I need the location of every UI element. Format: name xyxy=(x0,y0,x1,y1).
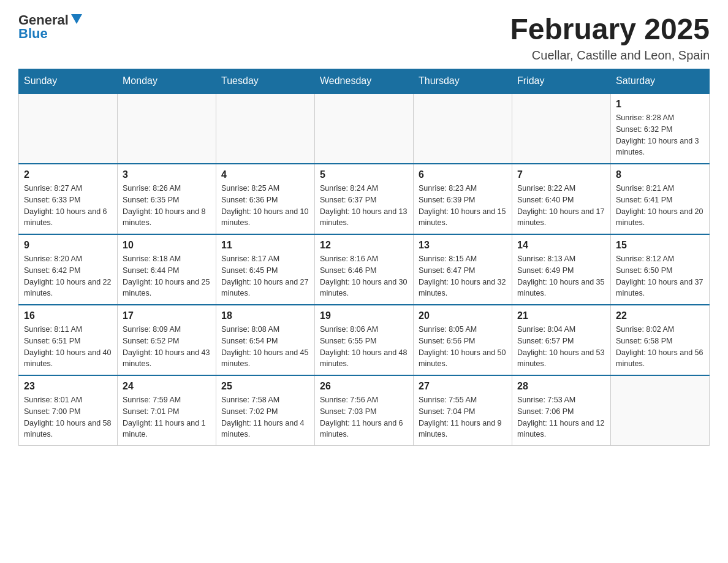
day-info: Sunrise: 8:06 AMSunset: 6:55 PMDaylight:… xyxy=(320,324,408,370)
day-info: Sunrise: 8:12 AMSunset: 6:50 PMDaylight:… xyxy=(616,253,704,299)
calendar-cell: 26Sunrise: 7:56 AMSunset: 7:03 PMDayligh… xyxy=(315,375,414,446)
week-row: 23Sunrise: 8:01 AMSunset: 7:00 PMDayligh… xyxy=(19,375,710,446)
logo: General Blue xyxy=(18,12,82,42)
week-row: 9Sunrise: 8:20 AMSunset: 6:42 PMDaylight… xyxy=(19,234,710,305)
calendar-cell: 23Sunrise: 8:01 AMSunset: 7:00 PMDayligh… xyxy=(19,375,118,446)
day-info: Sunrise: 8:13 AMSunset: 6:49 PMDaylight:… xyxy=(517,253,605,299)
calendar-cell: 25Sunrise: 7:58 AMSunset: 7:02 PMDayligh… xyxy=(216,375,315,446)
day-of-week-header: Tuesday xyxy=(216,69,315,94)
calendar-cell: 19Sunrise: 8:06 AMSunset: 6:55 PMDayligh… xyxy=(315,305,414,375)
day-number: 12 xyxy=(320,240,408,251)
day-number: 5 xyxy=(320,169,408,180)
day-number: 15 xyxy=(616,240,704,251)
day-number: 19 xyxy=(320,310,408,321)
day-info: Sunrise: 8:05 AMSunset: 6:56 PMDaylight:… xyxy=(419,324,507,370)
day-number: 16 xyxy=(24,310,112,321)
logo-triangle-icon xyxy=(71,14,82,28)
day-number: 14 xyxy=(517,240,605,251)
week-row: 16Sunrise: 8:11 AMSunset: 6:51 PMDayligh… xyxy=(19,305,710,375)
calendar-cell: 3Sunrise: 8:26 AMSunset: 6:35 PMDaylight… xyxy=(118,164,216,234)
day-info: Sunrise: 8:27 AMSunset: 6:33 PMDaylight:… xyxy=(24,183,112,229)
day-of-week-header: Wednesday xyxy=(315,69,414,94)
location-title: Cuellar, Castille and Leon, Spain xyxy=(510,48,710,63)
day-info: Sunrise: 8:18 AMSunset: 6:44 PMDaylight:… xyxy=(123,253,211,299)
day-number: 26 xyxy=(320,381,408,392)
svg-marker-0 xyxy=(71,14,82,24)
day-number: 8 xyxy=(616,169,704,180)
day-info: Sunrise: 7:56 AMSunset: 7:03 PMDaylight:… xyxy=(320,394,408,440)
calendar-cell: 27Sunrise: 7:55 AMSunset: 7:04 PMDayligh… xyxy=(414,375,512,446)
calendar-cell: 2Sunrise: 8:27 AMSunset: 6:33 PMDaylight… xyxy=(19,164,118,234)
day-number: 7 xyxy=(517,169,605,180)
day-number: 23 xyxy=(24,381,112,392)
day-number: 21 xyxy=(517,310,605,321)
day-number: 9 xyxy=(24,240,112,251)
week-row: 1Sunrise: 8:28 AMSunset: 6:32 PMDaylight… xyxy=(19,93,710,164)
calendar-cell: 13Sunrise: 8:15 AMSunset: 6:47 PMDayligh… xyxy=(414,234,512,305)
day-number: 17 xyxy=(123,310,211,321)
calendar-cell xyxy=(611,375,710,446)
calendar-cell xyxy=(414,93,512,164)
day-number: 10 xyxy=(123,240,211,251)
calendar-cell: 11Sunrise: 8:17 AMSunset: 6:45 PMDayligh… xyxy=(216,234,315,305)
calendar-cell xyxy=(19,93,118,164)
day-number: 25 xyxy=(221,381,309,392)
day-number: 13 xyxy=(419,240,507,251)
calendar-cell: 7Sunrise: 8:22 AMSunset: 6:40 PMDaylight… xyxy=(512,164,611,234)
day-info: Sunrise: 8:09 AMSunset: 6:52 PMDaylight:… xyxy=(123,324,211,370)
calendar-cell: 4Sunrise: 8:25 AMSunset: 6:36 PMDaylight… xyxy=(216,164,315,234)
day-info: Sunrise: 8:17 AMSunset: 6:45 PMDaylight:… xyxy=(221,253,309,299)
day-info: Sunrise: 8:02 AMSunset: 6:58 PMDaylight:… xyxy=(616,324,704,370)
day-info: Sunrise: 8:08 AMSunset: 6:54 PMDaylight:… xyxy=(221,324,309,370)
month-title: February 2025 xyxy=(510,12,710,46)
calendar-cell: 16Sunrise: 8:11 AMSunset: 6:51 PMDayligh… xyxy=(19,305,118,375)
calendar-cell: 28Sunrise: 7:53 AMSunset: 7:06 PMDayligh… xyxy=(512,375,611,446)
logo-blue-text: Blue xyxy=(18,26,48,42)
day-number: 3 xyxy=(123,169,211,180)
calendar-cell: 5Sunrise: 8:24 AMSunset: 6:37 PMDaylight… xyxy=(315,164,414,234)
day-info: Sunrise: 8:23 AMSunset: 6:39 PMDaylight:… xyxy=(419,183,507,229)
day-info: Sunrise: 8:15 AMSunset: 6:47 PMDaylight:… xyxy=(419,253,507,299)
day-number: 4 xyxy=(221,169,309,180)
calendar-cell: 10Sunrise: 8:18 AMSunset: 6:44 PMDayligh… xyxy=(118,234,216,305)
calendar-cell: 22Sunrise: 8:02 AMSunset: 6:58 PMDayligh… xyxy=(611,305,710,375)
day-info: Sunrise: 8:25 AMSunset: 6:36 PMDaylight:… xyxy=(221,183,309,229)
day-number: 27 xyxy=(419,381,507,392)
day-of-week-header: Sunday xyxy=(19,69,118,94)
calendar-table: SundayMondayTuesdayWednesdayThursdayFrid… xyxy=(18,69,710,446)
day-info: Sunrise: 7:59 AMSunset: 7:01 PMDaylight:… xyxy=(123,394,211,440)
calendar-cell: 17Sunrise: 8:09 AMSunset: 6:52 PMDayligh… xyxy=(118,305,216,375)
day-of-week-header: Friday xyxy=(512,69,611,94)
day-info: Sunrise: 8:26 AMSunset: 6:35 PMDaylight:… xyxy=(123,183,211,229)
day-number: 20 xyxy=(419,310,507,321)
calendar-cell: 18Sunrise: 8:08 AMSunset: 6:54 PMDayligh… xyxy=(216,305,315,375)
day-of-week-header: Thursday xyxy=(414,69,512,94)
calendar-cell: 1Sunrise: 8:28 AMSunset: 6:32 PMDaylight… xyxy=(611,93,710,164)
page-header: General Blue February 2025 Cuellar, Cast… xyxy=(18,12,710,63)
day-of-week-header: Saturday xyxy=(611,69,710,94)
calendar-cell: 6Sunrise: 8:23 AMSunset: 6:39 PMDaylight… xyxy=(414,164,512,234)
day-info: Sunrise: 8:16 AMSunset: 6:46 PMDaylight:… xyxy=(320,253,408,299)
day-info: Sunrise: 8:01 AMSunset: 7:00 PMDaylight:… xyxy=(24,394,112,440)
day-number: 11 xyxy=(221,240,309,251)
week-row: 2Sunrise: 8:27 AMSunset: 6:33 PMDaylight… xyxy=(19,164,710,234)
day-number: 6 xyxy=(419,169,507,180)
day-info: Sunrise: 7:53 AMSunset: 7:06 PMDaylight:… xyxy=(517,394,605,440)
day-number: 22 xyxy=(616,310,704,321)
calendar-cell xyxy=(216,93,315,164)
calendar-cell xyxy=(512,93,611,164)
calendar-cell: 12Sunrise: 8:16 AMSunset: 6:46 PMDayligh… xyxy=(315,234,414,305)
day-number: 24 xyxy=(123,381,211,392)
calendar-cell xyxy=(315,93,414,164)
day-info: Sunrise: 8:24 AMSunset: 6:37 PMDaylight:… xyxy=(320,183,408,229)
day-number: 1 xyxy=(616,99,704,110)
day-info: Sunrise: 8:04 AMSunset: 6:57 PMDaylight:… xyxy=(517,324,605,370)
calendar-cell: 15Sunrise: 8:12 AMSunset: 6:50 PMDayligh… xyxy=(611,234,710,305)
day-number: 2 xyxy=(24,169,112,180)
day-number: 28 xyxy=(517,381,605,392)
calendar-cell: 14Sunrise: 8:13 AMSunset: 6:49 PMDayligh… xyxy=(512,234,611,305)
calendar-header-row: SundayMondayTuesdayWednesdayThursdayFrid… xyxy=(19,69,710,94)
day-info: Sunrise: 8:20 AMSunset: 6:42 PMDaylight:… xyxy=(24,253,112,299)
day-info: Sunrise: 8:11 AMSunset: 6:51 PMDaylight:… xyxy=(24,324,112,370)
day-of-week-header: Monday xyxy=(118,69,216,94)
